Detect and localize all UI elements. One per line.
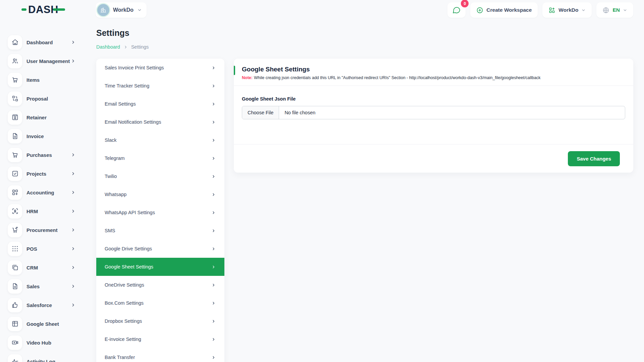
sidebar-item-purchases[interactable]: Purchases bbox=[0, 145, 78, 164]
sidebar-item-salesforce[interactable]: Salesforce bbox=[0, 296, 78, 314]
sidebar-item-accounting[interactable]: Accounting bbox=[0, 183, 78, 202]
chevron-right-icon bbox=[212, 319, 215, 323]
language-dropdown[interactable]: EN bbox=[596, 2, 633, 18]
chevron-down-icon bbox=[581, 8, 586, 12]
workspace-dropdown[interactable]: WorkDo bbox=[542, 2, 592, 18]
chevron-right-icon bbox=[71, 190, 75, 194]
workspace-avatar bbox=[97, 4, 109, 16]
sidebar-item-hrm[interactable]: HRM bbox=[0, 202, 78, 221]
sidebar-item-label: Retainer bbox=[26, 115, 71, 120]
settings-menu-item-sms[interactable]: SMS bbox=[96, 222, 224, 240]
chevron-down-icon bbox=[137, 8, 142, 12]
settings-menu-item-time-tracker-setting[interactable]: Time Tracker Setting bbox=[96, 77, 224, 95]
sidebar-item-retainer[interactable]: Retainer bbox=[0, 108, 78, 127]
workspace-dropdown-label: WorkDo bbox=[558, 7, 578, 13]
settings-menu-item-box-com-settings[interactable]: Box.Com Settings bbox=[96, 294, 224, 312]
chevron-right-icon bbox=[212, 157, 215, 160]
create-workspace-button[interactable]: Create Workspace bbox=[470, 2, 538, 18]
chevron-right-icon bbox=[212, 211, 215, 215]
chevron-right-icon bbox=[212, 247, 215, 251]
sidebar-item-sales[interactable]: Sales bbox=[0, 277, 78, 296]
breadcrumb-dashboard-link[interactable]: Dashboard bbox=[96, 44, 120, 50]
sidebar-item-label: Accounting bbox=[26, 190, 71, 195]
sidebar-item-pos[interactable]: POS bbox=[0, 239, 78, 258]
chevron-right-icon bbox=[212, 84, 215, 88]
chevron-right-icon bbox=[71, 172, 75, 176]
settings-menu-item-email-notification-settings[interactable]: Email Notification Settings bbox=[96, 113, 224, 131]
app-logo[interactable]: DASH bbox=[21, 4, 65, 15]
chevron-right-icon bbox=[71, 153, 75, 157]
sidebar-item-label: CRM bbox=[26, 265, 71, 270]
workspace-switcher[interactable]: WorkDo bbox=[96, 2, 147, 18]
chevron-down-icon bbox=[623, 8, 627, 12]
sidebar-item-google-sheet[interactable]: Google Sheet bbox=[0, 314, 78, 333]
sidebar-item-video-hub[interactable]: Video Hub bbox=[0, 333, 78, 352]
plus-circle-icon bbox=[476, 7, 483, 14]
settings-menu-item-slack[interactable]: Slack bbox=[96, 131, 224, 149]
settings-menu-card: Sales Invoice Print Settings Time Tracke… bbox=[96, 59, 224, 362]
table-icon bbox=[8, 317, 22, 331]
sidebar-item-user-management[interactable]: User Management bbox=[0, 52, 78, 70]
sidebar-item-projects[interactable]: Projects bbox=[0, 164, 78, 183]
settings-menu-item-label: Google Drive Settings bbox=[105, 246, 212, 251]
choose-file-button[interactable]: Choose File bbox=[242, 106, 279, 119]
chevron-right-icon bbox=[71, 247, 75, 251]
settings-menu-item-telegram[interactable]: Telegram bbox=[96, 149, 224, 167]
sidebar-item-label: Video Hub bbox=[26, 340, 71, 346]
grid-plus-icon bbox=[8, 185, 22, 200]
thumbs-up-icon bbox=[8, 298, 22, 312]
proposal-icon bbox=[8, 92, 22, 106]
chat-bubble-icon bbox=[452, 6, 461, 14]
settings-menu-item-label: Dropbox Settings bbox=[105, 318, 212, 324]
chevron-right-icon bbox=[212, 66, 215, 70]
settings-menu-item-dropbox-settings[interactable]: Dropbox Settings bbox=[96, 312, 224, 330]
settings-menu-item-whatsapp-api-settings[interactable]: WhatsApp API Settings bbox=[96, 203, 224, 222]
settings-menu-item-sales-invoice-print-settings[interactable]: Sales Invoice Print Settings bbox=[96, 59, 224, 77]
settings-menu-item-google-drive-settings[interactable]: Google Drive Settings bbox=[96, 240, 224, 258]
settings-menu-item-label: Bank Transfer bbox=[105, 355, 212, 360]
breadcrumb-current: Settings bbox=[131, 44, 149, 50]
settings-menu-item-email-settings[interactable]: Email Settings bbox=[96, 95, 224, 113]
panel-title: Google Sheet Settings bbox=[242, 66, 625, 73]
settings-menu-item-label: Email Notification Settings bbox=[105, 119, 212, 125]
settings-menu-item-e-invoice-setting[interactable]: E-invoice Setting bbox=[96, 330, 224, 348]
json-file-input[interactable]: Choose File No file chosen bbox=[242, 106, 625, 119]
settings-menu-item-label: Slack bbox=[105, 137, 212, 143]
globe-icon bbox=[602, 7, 609, 14]
sidebar-item-label: Purchases bbox=[26, 152, 71, 158]
building-icon bbox=[100, 6, 107, 14]
settings-menu-item-bank-transfer[interactable]: Bank Transfer bbox=[96, 348, 224, 362]
settings-menu-item-onedrive-settings[interactable]: OneDrive Settings bbox=[96, 276, 224, 294]
sidebar-item-procurement[interactable]: Procurement bbox=[0, 221, 78, 239]
chevron-right-icon bbox=[71, 59, 75, 63]
settings-menu-item-label: Sales Invoice Print Settings bbox=[105, 65, 212, 70]
sidebar-item-label: Dashboard bbox=[26, 40, 71, 45]
chevron-right-icon bbox=[212, 102, 215, 106]
chevron-right-icon bbox=[212, 120, 215, 124]
panel-note: Note:While creating json credentials add… bbox=[242, 75, 625, 80]
sidebar-item-activity-log[interactable]: Activity Log bbox=[0, 352, 78, 362]
chevron-right-icon bbox=[71, 265, 75, 269]
json-file-label: Google Sheet Json File bbox=[242, 96, 625, 102]
sidebar-item-invoice[interactable]: Invoice bbox=[0, 127, 78, 145]
chevron-right-icon bbox=[212, 356, 215, 359]
messages-button[interactable]: 0 bbox=[447, 2, 466, 18]
sidebar-item-crm[interactable]: CRM bbox=[0, 258, 78, 277]
sidebar-item-dashboard[interactable]: Dashboard bbox=[0, 33, 78, 52]
topbar-actions: 0 Create Workspace WorkDo EN bbox=[447, 2, 633, 18]
sidebar-item-proposal[interactable]: Proposal bbox=[0, 89, 78, 108]
save-changes-button[interactable]: Save Changes bbox=[568, 151, 620, 166]
settings-menu-item-whatsapp[interactable]: Whatsapp bbox=[96, 185, 224, 203]
settings-menu-item-google-sheet-settings[interactable]: Google Sheet Settings bbox=[96, 258, 224, 276]
sidebar-nav: Dashboard User Management Items Proposal… bbox=[0, 20, 78, 362]
settings-menu-item-label: OneDrive Settings bbox=[105, 282, 212, 288]
panel-footer: Save Changes bbox=[234, 144, 633, 173]
file-chosen-text: No file chosen bbox=[279, 110, 321, 115]
sidebar-item-items[interactable]: Items bbox=[0, 70, 78, 89]
chevron-right-icon bbox=[71, 303, 75, 307]
sidebar-item-label: Google Sheet bbox=[26, 321, 71, 327]
settings-menu-item-label: Twilio bbox=[105, 174, 212, 179]
person-scan-icon bbox=[8, 204, 22, 219]
language-code: EN bbox=[612, 7, 620, 13]
settings-menu-item-twilio[interactable]: Twilio bbox=[96, 167, 224, 185]
